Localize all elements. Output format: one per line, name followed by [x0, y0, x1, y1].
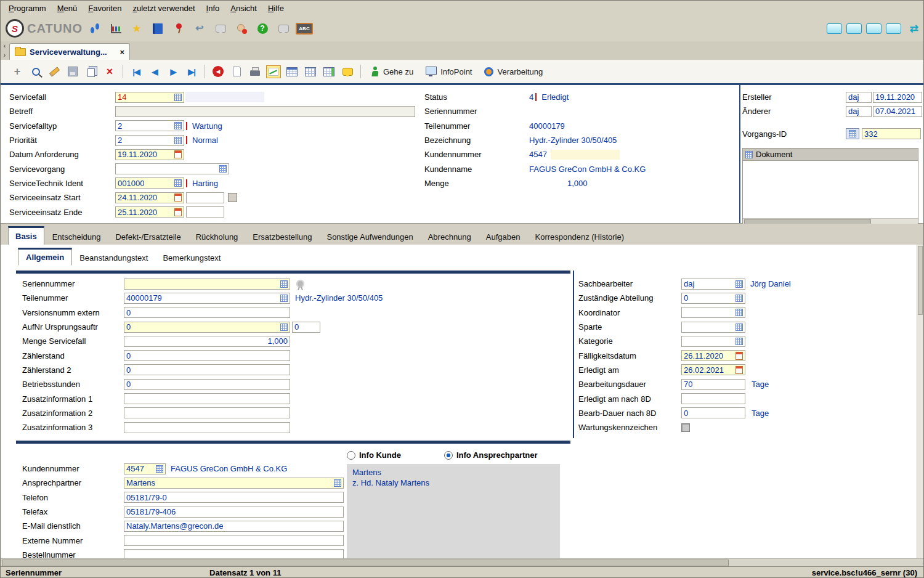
lookup-grid-icon[interactable]	[174, 137, 182, 144]
einsatz-start-mini-button[interactable]	[228, 193, 237, 202]
chart-button[interactable]	[265, 63, 282, 79]
chat-button[interactable]	[212, 20, 229, 37]
b-zusatz2-input[interactable]	[124, 407, 290, 418]
layout-button-1[interactable]	[827, 23, 842, 34]
r-bearbeitungsdauer-input[interactable]: 70	[681, 379, 745, 390]
c-bestellnummer-input[interactable]	[124, 549, 344, 558]
panel-collapse-control[interactable]: ‹ ›	[1, 43, 8, 59]
subtab-beanstandungstext[interactable]: Beanstandungstext	[72, 250, 155, 266]
calendar-icon[interactable]	[174, 208, 182, 216]
r-dauer-8d-input[interactable]: 0	[681, 407, 745, 418]
betreff-input[interactable]	[115, 106, 415, 117]
c-kundennummer-input[interactable]: 4547	[124, 463, 166, 474]
b-menge-input[interactable]: 1,000	[124, 336, 290, 347]
tab-rueckholung[interactable]: Rückholung	[189, 229, 245, 245]
print-button[interactable]	[247, 63, 263, 79]
r-sachbearbeiter-input[interactable]: daj	[681, 279, 745, 290]
nav-next-button[interactable]: ▶	[165, 63, 181, 79]
datum-anforderung-input[interactable]: 19.11.2020	[115, 149, 184, 160]
einsatz-ende-zeit-input[interactable]	[186, 206, 224, 218]
b-version-input[interactable]: 0	[124, 307, 290, 318]
c-email-input[interactable]: Nataly.Martens@grecon.de	[124, 521, 344, 532]
menu-programm[interactable]: Programm	[3, 2, 52, 15]
statistics-button[interactable]	[107, 20, 124, 37]
help-button[interactable]: ?	[254, 20, 271, 37]
menu-zuletzt-verwendet[interactable]: zuletzt verwendet	[127, 2, 200, 15]
calendar-icon[interactable]	[174, 150, 182, 158]
collapse-right-icon[interactable]: ›	[4, 52, 6, 59]
calendar-icon[interactable]	[174, 193, 182, 201]
servicetechnik-input[interactable]: 001000	[115, 177, 184, 189]
r-erledigt-am-input[interactable]: 26.02.2021	[681, 364, 745, 375]
servicevorgang-input[interactable]	[115, 163, 229, 174]
footprints-button[interactable]	[86, 20, 103, 37]
subtab-bemerkungstext[interactable]: Bemerkungstext	[155, 250, 228, 266]
lookup-grid-icon[interactable]	[736, 280, 743, 288]
r-faelligkeit-input[interactable]: 26.11.2020	[681, 350, 745, 361]
table-export-button[interactable]	[321, 63, 337, 79]
servicefalltyp-input[interactable]: 2	[115, 120, 184, 131]
b-zaehlerstand-input[interactable]: 0	[124, 350, 290, 361]
content-vertical-scrollbar-thumb[interactable]	[918, 246, 923, 315]
lookup-grid-icon[interactable]	[280, 324, 288, 331]
lookup-grid-icon[interactable]	[174, 179, 182, 187]
table-view-button[interactable]	[284, 63, 300, 79]
subtab-allgemein[interactable]: Allgemein	[18, 248, 72, 266]
tab-basis[interactable]: Basis	[8, 226, 44, 245]
c-telefon-input[interactable]: 05181/79-0	[124, 492, 344, 503]
comment-button[interactable]	[339, 63, 355, 79]
certificate-icon[interactable]	[296, 280, 304, 288]
verarbeitung-button[interactable]: Verarbeitung	[484, 67, 543, 76]
menu-menue[interactable]: Menü	[52, 2, 83, 15]
delete-button[interactable]: ×	[102, 63, 118, 79]
radio-icon[interactable]	[347, 451, 355, 460]
favorites-button[interactable]: ★	[128, 20, 145, 37]
c-ansprechpartner-input[interactable]: Martens	[124, 478, 344, 489]
new-document-button[interactable]	[229, 63, 245, 79]
r-koordinator-input[interactable]	[681, 307, 745, 318]
tab-entscheidung[interactable]: Entscheidung	[46, 229, 108, 245]
b-seriennummer-input[interactable]	[124, 279, 290, 290]
radio-info-kunde[interactable]: Info Kunde	[347, 450, 401, 460]
menu-info[interactable]: Info	[201, 2, 225, 15]
lookup-grid-icon[interactable]	[156, 465, 163, 473]
gehe-zu-button[interactable]: Gehe zu	[371, 67, 413, 77]
lookup-grid-icon[interactable]	[334, 479, 341, 487]
grid-view-button[interactable]	[302, 63, 318, 79]
save-button[interactable]	[65, 63, 81, 79]
swap-arrows-icon[interactable]: ⇄	[910, 23, 918, 34]
nav-first-button[interactable]: |◀	[128, 63, 144, 79]
layout-button-3[interactable]	[866, 23, 881, 34]
close-tab-icon[interactable]: ×	[120, 47, 124, 57]
r-kategorie-input[interactable]	[681, 336, 745, 347]
infopoint-button[interactable]: InfoPoint	[426, 67, 472, 77]
horizontal-scrollbar[interactable]	[1, 558, 923, 566]
r-erledigt-8d-input[interactable]	[681, 393, 745, 404]
undo-button[interactable]: ↩	[191, 20, 208, 37]
content-vertical-scrollbar[interactable]	[917, 245, 923, 558]
einsatz-start-input[interactable]: 24.11.2020	[115, 192, 184, 203]
menu-ansicht[interactable]: Ansicht	[225, 2, 262, 15]
horizontal-scrollbar-thumb[interactable]	[2, 560, 729, 566]
tab-ersatzbestellung[interactable]: Ersatzbestellung	[246, 229, 318, 245]
lookup-grid-icon[interactable]	[219, 165, 227, 173]
layout-button-4[interactable]	[886, 23, 901, 34]
tab-abrechnung[interactable]: Abrechnung	[421, 229, 478, 245]
edit-button[interactable]	[46, 63, 62, 79]
catalog-button[interactable]	[149, 20, 166, 37]
radio-selected-icon[interactable]	[444, 451, 453, 460]
nav-prev-button[interactable]: ◀	[147, 63, 163, 79]
einsatz-ende-input[interactable]: 25.11.2020	[115, 206, 184, 218]
comment-button-top[interactable]	[275, 20, 292, 37]
lookup-grid-icon[interactable]	[280, 280, 288, 288]
presence-button[interactable]	[233, 20, 250, 37]
tab-sonstige-aufwendungen[interactable]: Sonstige Aufwendungen	[320, 229, 419, 245]
b-zusatz3-input[interactable]	[124, 422, 290, 433]
pin-button[interactable]	[170, 20, 187, 37]
lookup-grid-icon[interactable]	[736, 295, 743, 302]
tab-korrespondenz[interactable]: Korrespondenz (Historie)	[529, 229, 631, 245]
dokument-column-header[interactable]: Dokument	[743, 149, 918, 161]
cancel-button[interactable]: ◀	[210, 63, 226, 79]
vorgangs-id-lookup-button[interactable]	[846, 128, 859, 139]
prioritaet-input[interactable]: 2	[115, 135, 184, 146]
